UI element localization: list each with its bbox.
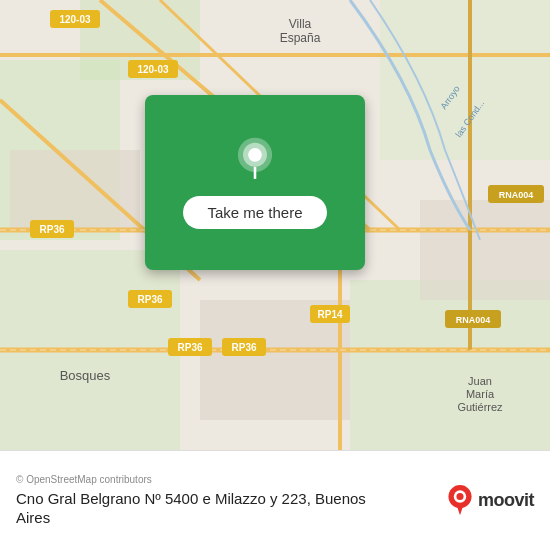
svg-text:España: España: [280, 31, 321, 45]
address-line1: Cno Gral Belgrano Nº 5400 e Milazzo y 22…: [16, 490, 366, 507]
svg-text:Bosques: Bosques: [60, 368, 111, 383]
pin-icon: [231, 136, 279, 184]
svg-text:RP14: RP14: [317, 309, 342, 320]
svg-marker-52: [456, 504, 463, 515]
address-line2: Aires: [16, 509, 50, 526]
svg-text:María: María: [466, 388, 495, 400]
address-block: © OpenStreetMap contributors Cno Gral Be…: [16, 474, 434, 528]
map-area: RP36 RP36 RP36 RP36 RNA004 RNA004 RP14 1…: [0, 0, 550, 450]
svg-point-48: [248, 148, 262, 162]
svg-text:RP36: RP36: [177, 342, 202, 353]
svg-rect-9: [420, 200, 550, 300]
moovit-logo: moovit: [446, 485, 534, 517]
address-text: Cno Gral Belgrano Nº 5400 e Milazzo y 22…: [16, 489, 434, 528]
info-bar: © OpenStreetMap contributors Cno Gral Be…: [0, 450, 550, 550]
svg-text:RNA004: RNA004: [456, 315, 491, 325]
svg-rect-5: [380, 0, 550, 160]
svg-text:RP36: RP36: [39, 224, 64, 235]
moovit-brand-text: moovit: [478, 490, 534, 511]
svg-text:120-03: 120-03: [137, 64, 169, 75]
location-card: Take me there: [145, 95, 365, 270]
svg-text:Villa: Villa: [289, 17, 312, 31]
svg-text:Juan: Juan: [468, 375, 492, 387]
svg-text:Gutiérrez: Gutiérrez: [457, 401, 503, 413]
moovit-pin-icon: [446, 485, 474, 517]
svg-text:RP36: RP36: [231, 342, 256, 353]
take-me-there-button[interactable]: Take me there: [183, 196, 326, 229]
svg-point-51: [456, 493, 463, 500]
svg-text:120-03: 120-03: [59, 14, 91, 25]
app-container: RP36 RP36 RP36 RP36 RNA004 RNA004 RP14 1…: [0, 0, 550, 550]
svg-text:RP36: RP36: [137, 294, 162, 305]
svg-text:RNA004: RNA004: [499, 190, 534, 200]
svg-rect-7: [10, 150, 140, 230]
copyright-text: © OpenStreetMap contributors: [16, 474, 434, 485]
svg-rect-4: [350, 280, 550, 450]
